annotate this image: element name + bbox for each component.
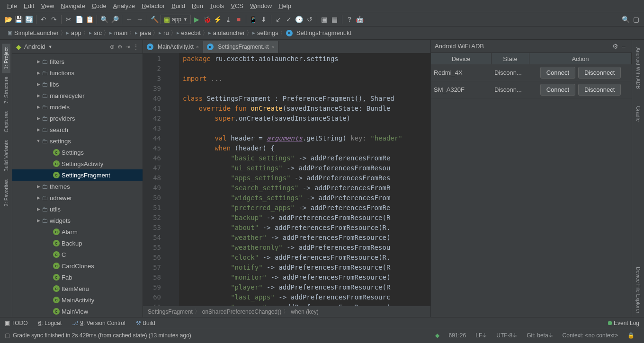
breadcrumb-item[interactable]: ▸settings [249,28,282,37]
tree-item[interactable]: CMainActivity [12,294,143,306]
bottom-tab[interactable]: ▣ TODO [5,320,28,326]
bottom-tab[interactable]: ⎇ 9: Version Control [72,320,125,326]
stop-icon[interactable]: ■ [234,15,243,24]
close-icon[interactable]: × [271,44,274,50]
copy-icon[interactable]: 📄 [75,15,83,24]
vcs-history-icon[interactable]: 🕓 [295,15,304,24]
tree-item[interactable]: ▶🗀mainrecycler [12,90,143,101]
tree-item[interactable]: ▶🗀libs [12,79,143,90]
breadcrumb-item[interactable]: ▸java [131,28,155,37]
disconnect-button[interactable]: Disconnect [578,67,621,79]
help-icon[interactable]: ? [345,15,354,24]
open-icon[interactable]: 📂 [4,15,12,24]
find-icon[interactable]: 🔍 [100,15,108,24]
menu-edit[interactable]: Edit [20,2,37,9]
tree-item[interactable]: ▶🗀filters [12,56,143,67]
paste-icon[interactable]: 📋 [85,15,94,24]
tree-item[interactable]: ▶🗀models [12,101,143,113]
tool-tab-androidwifiadb[interactable]: Android WiFi ADB [634,44,643,93]
menu-help[interactable]: Help [275,2,295,9]
code-crumb[interactable]: onSharedPreferenceChanged() [202,308,281,315]
tree-item[interactable]: CBackup [12,237,143,249]
bottom-tab[interactable]: 6: Logcat [38,320,62,326]
search-everywhere-icon[interactable]: 🔍 [621,15,630,24]
menu-tools[interactable]: Tools [206,2,227,9]
menu-refactor[interactable]: Refactor [138,2,168,9]
breadcrumb-item[interactable]: ▸execbit [173,28,205,37]
replace-icon[interactable]: 🔎 [110,15,119,24]
connect-button[interactable]: Connect [540,84,575,96]
tree-item[interactable]: CC [12,249,143,260]
breadcrumb-item[interactable]: KSettingsFragment.kt [282,28,355,37]
avd-icon[interactable]: 📱 [249,15,258,24]
tree-item[interactable]: ▶🗀udrawer [12,192,143,203]
forward-icon[interactable]: → [135,15,144,24]
menu-file[interactable]: File [4,2,20,9]
run-icon[interactable]: ▶ [193,15,201,24]
android-robot-icon[interactable]: 🤖 [356,15,364,24]
tree-item[interactable]: ▶🗀providers [12,113,143,124]
menu-window[interactable]: Window [247,2,275,9]
hide-icon[interactable]: ⇥ [125,44,130,50]
status-git[interactable]: Git: beta≑ [522,332,557,339]
menu-view[interactable]: View [37,2,57,9]
tree-item[interactable]: ▶🗀search [12,124,143,135]
menu-code[interactable]: Code [89,2,110,9]
debug-icon[interactable]: 🐞 [203,15,212,24]
disconnect-button[interactable]: Disconnect [578,84,621,96]
status-enc[interactable]: UTF-8≑ [492,332,522,339]
bottom-tab[interactable]: ⚒ Build [136,320,155,326]
breadcrumb-item[interactable]: ▸ru [155,28,173,37]
redo-icon[interactable]: ↷ [50,15,58,24]
tree-item[interactable]: CSettingsFragment [12,169,143,181]
tool-tab-buildvariants[interactable]: Build Variants [2,136,10,176]
cut-icon[interactable]: ✂ [64,15,73,24]
tool-tab-structure[interactable]: 7: Structure [2,73,10,107]
tool-tab-project[interactable]: 1: Project [2,44,10,73]
gear-icon[interactable]: ⚙ [611,42,619,51]
menu-navigate[interactable]: Navigate [57,2,88,9]
tool-tab-captures[interactable]: Captures [2,107,10,136]
project-view-label[interactable]: Android [24,43,45,50]
menu-analyze[interactable]: Analyze [110,2,138,9]
menu-vcs[interactable]: VCS [227,2,247,9]
status-context[interactable]: Context: <no context> [558,332,623,339]
undo-icon[interactable]: ↶ [39,15,48,24]
tree-item[interactable]: CItemMenu [12,283,143,294]
tool-tab-gradle[interactable]: Gradle [634,102,643,125]
editor-tab[interactable]: KSettingsFragment.kt× [203,41,278,53]
breadcrumb-item[interactable]: ▸app [63,28,85,37]
tool-tab-devicefileexplorer[interactable]: Device File Explorer [634,263,643,317]
status-pos[interactable]: 691:26 [444,332,471,339]
menu-run[interactable]: Run [188,2,206,9]
vcs-update-icon[interactable]: ↙ [274,15,283,24]
event-log-tab[interactable]: Event Log [608,320,639,326]
tree-item[interactable]: CMainView [12,306,143,317]
breadcrumb-item[interactable]: ▣SimpleLauncher [4,28,63,37]
status-sync[interactable]: ◆ [430,332,444,339]
close-icon[interactable]: × [196,44,199,50]
back-icon[interactable]: ← [125,15,134,24]
tree-item[interactable]: ▼🗀settings [12,135,143,147]
tree-item[interactable]: CFab [12,272,143,283]
profile-icon[interactable]: ⚡ [214,15,222,24]
tree-item[interactable]: ▶🗀themes [12,181,143,192]
tree-item[interactable]: CCardClones [12,260,143,272]
settings-icon[interactable]: ⚙ [117,44,123,50]
tree-item[interactable]: ▶🗀functions [12,67,143,79]
tree-item[interactable]: ▶🗀utils [12,203,143,215]
breadcrumb-item[interactable]: ▸src [85,28,106,37]
more-icon[interactable]: ⋮ [133,44,139,50]
layout-toggle-icon[interactable]: ▢ [632,15,640,24]
vcs-commit-icon[interactable]: ✓ [285,15,293,24]
tree-item[interactable]: ▶🗀widgets [12,215,143,226]
vcs-revert-icon[interactable]: ↺ [305,15,314,24]
editor-tab[interactable]: KMainActivity.kt× [143,41,203,53]
attach-icon[interactable]: ⤓ [224,15,233,24]
code-crumb[interactable]: when (key) [291,308,319,315]
breadcrumb-item[interactable]: ▸main [106,28,131,37]
connect-button[interactable]: Connect [540,67,575,79]
build-icon[interactable]: 🔨 [150,15,159,24]
breadcrumb-item[interactable]: ▸aiolauncher [205,28,249,37]
sdk-icon[interactable]: ⬇ [259,15,268,24]
